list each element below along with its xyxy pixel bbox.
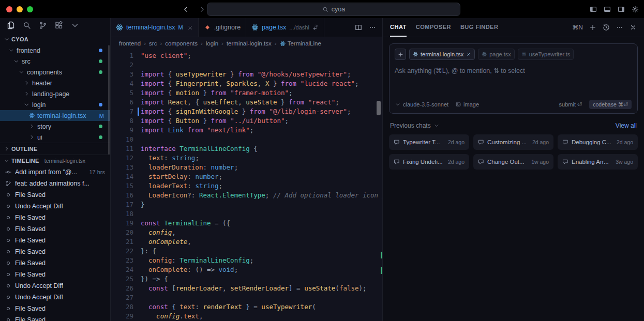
timeline-item[interactable]: feat: added animations f... [0, 178, 110, 189]
timeline-item[interactable]: File Saved [0, 223, 110, 235]
breadcrumb-item-src[interactable]: src [149, 40, 157, 47]
timeline-item[interactable]: File Saved [0, 257, 110, 269]
back-icon[interactable] [182, 6, 189, 13]
code-line[interactable]: 1"use client"; [111, 51, 382, 60]
toggle-panel-left-button[interactable] [590, 6, 597, 13]
previous-chat-card[interactable]: Enabling Arr...3w ago [558, 154, 638, 170]
editor-tab-page-tsx[interactable]: page.tsx.../dashl [246, 18, 324, 37]
code-line[interactable]: 18 [111, 209, 382, 219]
timeline-item[interactable]: File Saved [0, 212, 110, 223]
breadcrumb-item-terminal-login-tsx[interactable]: terminal-login.tsx [227, 40, 272, 47]
close-button[interactable] [630, 24, 637, 31]
tree-item-terminal-login-tsx[interactable]: terminal-login.tsxM [0, 110, 110, 121]
code-line[interactable]: 29 config.text, [111, 312, 382, 321]
timeline-item[interactable]: File Saved [0, 269, 110, 280]
forward-icon[interactable] [199, 6, 206, 13]
previous-chat-card[interactable]: Debugging C...2d ago [558, 134, 638, 150]
chevron-down-icon[interactable] [434, 123, 439, 128]
previous-chat-card[interactable]: Fixing Undefi...2d ago [389, 154, 469, 170]
model-selector[interactable]: claude-3.5-sonnet [395, 101, 448, 108]
history-button[interactable] [603, 24, 610, 31]
code-line[interactable]: 24 onComplete: () => void; [111, 265, 382, 274]
tree-item-story[interactable]: story [0, 121, 110, 132]
view-all-link[interactable]: View all [616, 122, 637, 129]
submit-hint[interactable]: submit ⏎ [559, 101, 582, 108]
code-line[interactable]: 15 loaderText: string; [111, 181, 382, 191]
add-context-button[interactable] [395, 49, 406, 60]
code-line[interactable]: 3import { useTypewriter } from "@/hooks/… [111, 70, 382, 79]
context-chip-usetypewriter-ts[interactable]: TSuseTypewriter.ts [518, 49, 574, 60]
activity-explorer-button[interactable] [7, 21, 15, 31]
outline-section-header[interactable]: OUTLINE [0, 143, 110, 155]
tree-item-landing-page[interactable]: landing-page [0, 88, 110, 99]
activity-chevron-down-button[interactable] [71, 21, 79, 31]
breadcrumb-item-frontend[interactable]: frontend [119, 40, 141, 47]
close-tab-icon[interactable] [187, 25, 193, 30]
more-button[interactable] [616, 24, 623, 31]
ai-tab-composer[interactable]: COMPOSER [416, 18, 451, 37]
plus-button[interactable] [589, 24, 596, 31]
timeline-item[interactable]: File Saved [0, 189, 110, 201]
editor-tab-terminal-login-tsx[interactable]: terminal-login.tsxM [111, 18, 199, 37]
code-line[interactable]: 8import { Button } from "../ui/button"; [111, 116, 382, 126]
code-line[interactable]: 2 [111, 60, 382, 70]
timeline-item[interactable]: Add import from "@...17 hrs [0, 166, 110, 178]
toggle-panel-right-button[interactable] [618, 6, 625, 13]
breadcrumb-item-components[interactable]: components [165, 40, 198, 47]
activity-search-button[interactable] [23, 21, 31, 31]
code-line[interactable]: 23 config: TerminalLineConfig; [111, 256, 382, 265]
code-line[interactable]: 17} [111, 200, 382, 209]
activity-extensions-button[interactable] [55, 21, 63, 31]
breadcrumb-item-terminalline[interactable]: TerminalLine [280, 40, 321, 47]
code-line[interactable]: 9import Link from "next/link"; [111, 126, 382, 135]
code-line[interactable]: 4import { Fingerprint, Sparkles, X } fro… [111, 79, 382, 88]
code-line[interactable]: 20 config, [111, 228, 382, 237]
code-line[interactable]: 16 LoaderIcon?: React.ElementType; // Ad… [111, 191, 382, 200]
close-window-button[interactable] [6, 6, 12, 12]
chat-input[interactable]: terminal-login.tsxpage.tsxTSuseTypewrite… [389, 43, 638, 114]
toggle-gear-button[interactable] [632, 6, 639, 13]
code-line[interactable]: 10 [111, 135, 382, 144]
editor-tab-gitignore[interactable]: .gitignore [199, 18, 246, 37]
timeline-section-header[interactable]: TIMELINE terminal-login.tsx [0, 155, 110, 166]
previous-chat-card[interactable]: Change Out...1w ago [473, 154, 553, 170]
timeline-item[interactable]: File Saved [0, 235, 110, 246]
explorer-section-header[interactable]: CYOA [0, 34, 110, 45]
context-chip-terminal-login-tsx[interactable]: terminal-login.tsx [409, 49, 475, 60]
code-line[interactable]: 19const TerminalLine = ({ [111, 219, 382, 228]
code-line[interactable]: 7import { signInWithGoogle } from "@/lib… [111, 107, 382, 116]
code-line[interactable]: 11interface TerminalLineConfig { [111, 144, 382, 154]
ai-tab-chat[interactable]: CHAT [390, 18, 407, 37]
tree-item-src[interactable]: src [0, 56, 110, 67]
code-line[interactable]: 28 const { text: renderText } = useTypew… [111, 302, 382, 312]
minimize-window-button[interactable] [17, 6, 23, 12]
sidebar-scrollbar[interactable] [108, 45, 110, 155]
tree-item-components[interactable]: components [0, 67, 110, 78]
previous-chat-card[interactable]: Typewriter T...2d ago [389, 134, 469, 150]
remove-chip-icon[interactable] [466, 52, 471, 57]
timeline-item[interactable]: File Saved [0, 246, 110, 257]
command-search-box[interactable]: cyoa [207, 3, 460, 16]
timeline-item[interactable]: File Saved [0, 303, 110, 314]
zoom-window-button[interactable] [27, 6, 33, 12]
previous-chat-card[interactable]: Customizing ...2d ago [473, 134, 553, 150]
context-chip-page-tsx[interactable]: page.tsx [478, 49, 515, 60]
activity-source-control-button[interactable] [39, 21, 47, 31]
code-line[interactable]: 6import React, { useEffect, useState } f… [111, 98, 382, 107]
code-line[interactable]: 12 text: string; [111, 154, 382, 163]
code-line[interactable]: 13 loaderDuration: number; [111, 163, 382, 172]
ai-tab-bug-finder[interactable]: BUG FINDER [460, 18, 498, 37]
attach-image-button[interactable]: image [456, 101, 479, 108]
code-line[interactable]: 21 onComplete, [111, 237, 382, 247]
code-line[interactable]: 22}: { [111, 247, 382, 256]
code-line[interactable]: 26 const [renderLoader, setRenderLoader]… [111, 284, 382, 293]
toggle-panel-bottom-button[interactable] [604, 6, 611, 13]
tree-item-frontend[interactable]: frontend [0, 45, 110, 56]
timeline-item[interactable]: Undo Accept Diff [0, 201, 110, 212]
code-line[interactable]: 25}) => { [111, 274, 382, 284]
timeline-item[interactable]: Undo Accept Diff [0, 280, 110, 292]
split-editor-icon[interactable] [355, 24, 362, 31]
editor-scrollbar[interactable] [377, 101, 381, 115]
code-line[interactable]: 27 [111, 293, 382, 302]
timeline-item[interactable]: File Saved [0, 314, 110, 321]
